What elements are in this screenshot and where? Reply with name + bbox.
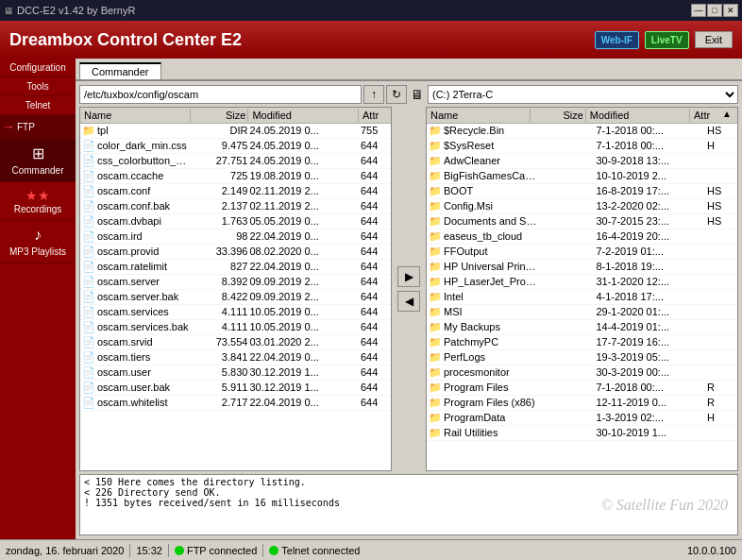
file-icon: 📁My Backups [429,321,538,333]
list-item[interactable]: 📄oscam.tiers 3.841 22.04.2019 0... 644 [80,350,391,365]
file-attr: 644 [361,321,389,333]
file-modified: 24.05.2019 0... [249,140,359,152]
file-attr: 644 [361,230,389,243]
list-item[interactable]: 📄oscam.dvbapi 1.763 05.05.2019 0... 644 [80,214,391,229]
sidebar: Configuration Tools Telnet → FTP ⊞ Comma… [0,59,76,539]
list-item[interactable]: 📁Rail Utilities 30-10-2019 1... [427,426,737,441]
right-col-modified[interactable]: Modified [588,109,690,122]
tab-commander[interactable]: Commander [79,62,161,79]
list-item[interactable]: 📄color_dark_min.css 9.475 24.05.2019 0..… [80,139,391,154]
webif-badge[interactable]: Web-IF [595,31,639,49]
sidebar-item-telnet[interactable]: Telnet [0,96,76,115]
left-col-modified[interactable]: Modified [250,109,359,122]
list-item[interactable]: 📄oscam.server 8.392 09.09.2019 2... 644 [80,275,391,290]
list-item[interactable]: 📄oscam.services.bak 4.111 10.05.2019 0..… [80,320,391,335]
file-size [540,412,595,424]
list-item[interactable]: 📄oscam.services 4.111 10.05.2019 0... 64… [80,305,391,320]
file-attr: HS [707,185,735,197]
file-attr [707,366,735,379]
file-attr: HS [707,200,735,212]
right-col-attr[interactable]: Attr [692,109,720,122]
left-refresh-button[interactable]: ↑ [363,85,384,104]
file-attr [707,261,735,273]
list-item[interactable]: 📁PatchmyPC 17-7-2019 16:... [427,335,737,350]
right-col-name[interactable]: Name [429,109,531,122]
list-item[interactable]: 📄oscam.conf.bak 2.137 02.11.2019 2... 64… [80,199,391,214]
transfer-left-button[interactable]: ◀ [397,291,420,312]
file-size: DIR [194,125,248,137]
list-item[interactable]: 📁BOOT 16-8-2019 17:... HS [427,184,737,199]
list-item[interactable]: 📁My Backups 14-4-2019 01:... [427,320,737,335]
list-item[interactable]: 📁Documents and Setti... 30-7-2015 23:...… [427,214,737,229]
close-button[interactable]: ✕ [723,4,738,17]
sidebar-item-recordings[interactable]: ★★ Recordings [0,182,76,221]
list-item[interactable]: 📁MSI 29-1-2020 01:... [427,305,737,320]
list-item[interactable]: 📄oscam.ratelimit 827 22.04.2019 0... 644 [80,260,391,275]
list-item[interactable]: 📄oscam.ccache 725 19.08.2019 0... 644 [80,169,391,184]
right-drive-select[interactable]: (C:) 2Terra-C [428,85,738,104]
minimize-button[interactable]: — [691,4,706,17]
file-icon: 📁Program Files [429,382,538,394]
file-size: 4.111 [194,306,248,318]
list-item[interactable]: 📄oscam.user 5.830 30.12.2019 1... 644 [80,365,391,381]
list-item[interactable]: 📁easeus_tb_cloud 16-4-2019 20:... [427,229,737,245]
file-icon: 📄oscam.user.bak [82,382,192,394]
file-attr: 644 [361,276,389,288]
file-panels-row: Name Size Modified Attr 📁tpl DIR 24.05.2… [79,107,738,471]
sidebar-item-commander[interactable]: ⊞ Commander [0,139,76,182]
list-item[interactable]: 📁$Recycle.Bin 7-1-2018 00:... HS [427,124,737,139]
list-item[interactable]: 📁PerfLogs 19-3-2019 05:... [427,350,737,365]
list-item[interactable]: 📁Intel 4-1-2018 17:... [427,290,737,305]
file-icon: 📄color_dark_min.css [82,140,192,152]
list-item[interactable]: 📄oscam.conf 2.149 02.11.2019 2... 644 [80,184,391,199]
exit-button[interactable]: Exit [695,31,733,48]
list-item[interactable]: 📁$SysReset 7-1-2018 00:... H [427,139,737,154]
ftp-label: FTP [17,122,35,132]
list-item[interactable]: 📁FFOutput 7-2-2019 01:... [427,245,737,260]
left-panel-scroll[interactable]: 📁tpl DIR 24.05.2019 0... 755 📄color_dark… [80,124,391,470]
list-item[interactable]: 📁ProgramData 1-3-2019 02:... H [427,411,737,426]
log-line: < 226 Directory send OK. [84,487,734,498]
file-icon: 📁ProgramData [429,412,538,424]
file-attr: 644 [361,246,389,258]
list-item[interactable]: 📄oscam.user.bak 5.911 30.12.2019 1... 64… [80,381,391,396]
file-size: 827 [194,261,248,273]
list-item[interactable]: 📁procesmonitor 30-3-2019 00:... [427,365,737,381]
sidebar-item-ftp[interactable]: → FTP [0,115,76,139]
list-item[interactable]: 📁HP Universal Print D... 8-1-2018 19:... [427,260,737,275]
left-col-attr[interactable]: Attr [361,109,389,122]
file-attr: 644 [361,306,389,318]
file-modified: 09.09.2019 2... [249,276,359,288]
list-item[interactable]: 📁BigFishGamesCache 10-10-2019 2... [427,169,737,184]
sidebar-item-configuration[interactable]: Configuration [0,59,76,77]
list-item[interactable]: 📁Config.Msi 13-2-2020 02:... HS [427,199,737,214]
list-item[interactable]: 📁HP_LaserJet_Profes... 31-1-2020 12:... [427,275,737,290]
list-item[interactable]: 📄css_colorbutton_mod... 27.751 24.05.201… [80,154,391,169]
left-reload-button[interactable]: ↻ [386,85,407,104]
livetv-badge[interactable]: LiveTV [645,31,689,49]
sidebar-item-tools[interactable]: Tools [0,77,76,96]
list-item[interactable]: 📄oscam.ird 98 22.04.2019 0... 644 [80,229,391,245]
list-item[interactable]: 📄oscam.server.bak 8.422 09.09.2019 2... … [80,290,391,305]
list-item[interactable]: 📄oscam.whitelist 2.717 22.04.2019 0... 6… [80,396,391,411]
maximize-button[interactable]: □ [707,4,722,17]
list-item[interactable]: 📄oscam.srvid 73.554 03.01.2020 2... 644 [80,335,391,350]
transfer-right-button[interactable]: ▶ [397,266,420,287]
right-col-size[interactable]: Size [532,109,586,122]
file-attr: 644 [361,155,389,167]
title-bar-controls: — □ ✕ [691,4,738,17]
sidebar-item-mp3playlists[interactable]: ♪ MP3 Playlists [0,221,76,263]
left-path-input[interactable] [79,85,362,104]
list-item[interactable]: 📁Program Files 7-1-2018 00:... R [427,381,737,396]
left-col-size[interactable]: Size [193,109,249,122]
file-attr: R [707,397,735,409]
list-item[interactable]: 📄oscam.provid 33.396 08.02.2020 0... 644 [80,245,391,260]
log-line: ! 1351 bytes received/sent in 16 millise… [84,498,734,508]
list-item[interactable]: 📁Program Files (x86) 12-11-2019 0... R [427,396,737,411]
file-modified: 22.04.2019 0... [249,230,359,243]
list-item[interactable]: 📁tpl DIR 24.05.2019 0... 755 [80,124,391,139]
list-item[interactable]: 📁AdwCleaner 30-9-2018 13:... [427,154,737,169]
left-col-name[interactable]: Name [82,109,191,122]
right-panel-scroll[interactable]: 📁$Recycle.Bin 7-1-2018 00:... HS 📁$SysRe… [427,124,737,470]
file-modified: 30-9-2018 13:... [596,155,705,167]
